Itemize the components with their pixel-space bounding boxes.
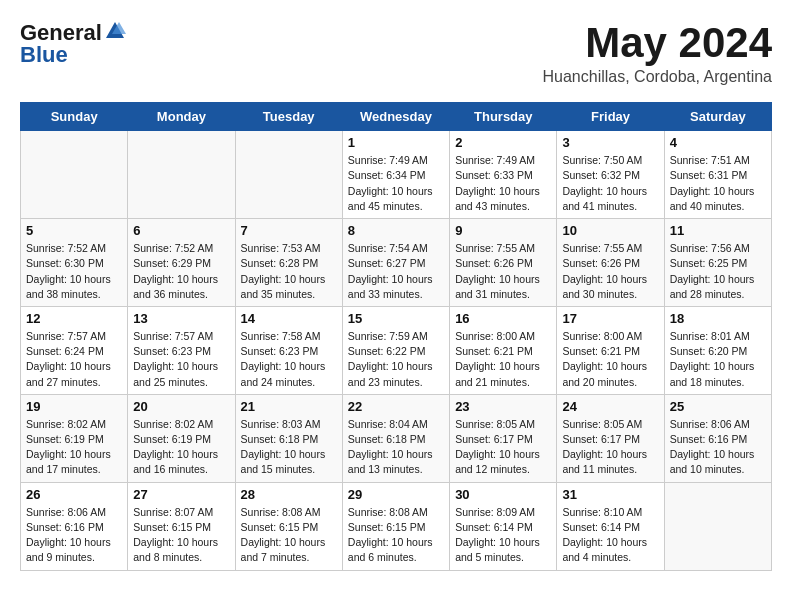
calendar-cell: [128, 131, 235, 219]
day-number: 7: [241, 223, 337, 238]
day-info: Sunrise: 8:01 AMSunset: 6:20 PMDaylight:…: [670, 329, 766, 390]
weekday-header: Sunday: [21, 103, 128, 131]
day-info: Sunrise: 7:56 AMSunset: 6:25 PMDaylight:…: [670, 241, 766, 302]
day-number: 17: [562, 311, 658, 326]
calendar-cell: 15Sunrise: 7:59 AMSunset: 6:22 PMDayligh…: [342, 306, 449, 394]
day-info: Sunrise: 7:54 AMSunset: 6:27 PMDaylight:…: [348, 241, 444, 302]
logo: General Blue: [20, 20, 126, 68]
calendar-cell: 21Sunrise: 8:03 AMSunset: 6:18 PMDayligh…: [235, 394, 342, 482]
day-info: Sunrise: 8:04 AMSunset: 6:18 PMDaylight:…: [348, 417, 444, 478]
day-info: Sunrise: 8:06 AMSunset: 6:16 PMDaylight:…: [670, 417, 766, 478]
day-info: Sunrise: 8:00 AMSunset: 6:21 PMDaylight:…: [455, 329, 551, 390]
day-info: Sunrise: 7:49 AMSunset: 6:34 PMDaylight:…: [348, 153, 444, 214]
day-number: 25: [670, 399, 766, 414]
weekday-header: Monday: [128, 103, 235, 131]
location: Huanchillas, Cordoba, Argentina: [543, 68, 772, 86]
day-info: Sunrise: 7:57 AMSunset: 6:24 PMDaylight:…: [26, 329, 122, 390]
day-number: 24: [562, 399, 658, 414]
calendar-cell: 25Sunrise: 8:06 AMSunset: 6:16 PMDayligh…: [664, 394, 771, 482]
page-header: General Blue May 2024 Huanchillas, Cordo…: [20, 20, 772, 86]
calendar-cell: 17Sunrise: 8:00 AMSunset: 6:21 PMDayligh…: [557, 306, 664, 394]
day-number: 28: [241, 487, 337, 502]
calendar-cell: 19Sunrise: 8:02 AMSunset: 6:19 PMDayligh…: [21, 394, 128, 482]
day-number: 18: [670, 311, 766, 326]
calendar-week-row: 19Sunrise: 8:02 AMSunset: 6:19 PMDayligh…: [21, 394, 772, 482]
day-number: 9: [455, 223, 551, 238]
calendar-cell: 12Sunrise: 7:57 AMSunset: 6:24 PMDayligh…: [21, 306, 128, 394]
day-number: 2: [455, 135, 551, 150]
day-number: 22: [348, 399, 444, 414]
day-info: Sunrise: 7:59 AMSunset: 6:22 PMDaylight:…: [348, 329, 444, 390]
calendar-week-row: 26Sunrise: 8:06 AMSunset: 6:16 PMDayligh…: [21, 482, 772, 570]
calendar-cell: 20Sunrise: 8:02 AMSunset: 6:19 PMDayligh…: [128, 394, 235, 482]
weekday-header: Friday: [557, 103, 664, 131]
day-number: 8: [348, 223, 444, 238]
day-number: 12: [26, 311, 122, 326]
day-info: Sunrise: 8:09 AMSunset: 6:14 PMDaylight:…: [455, 505, 551, 566]
day-number: 3: [562, 135, 658, 150]
calendar-cell: 24Sunrise: 8:05 AMSunset: 6:17 PMDayligh…: [557, 394, 664, 482]
day-info: Sunrise: 8:06 AMSunset: 6:16 PMDaylight:…: [26, 505, 122, 566]
day-number: 30: [455, 487, 551, 502]
day-info: Sunrise: 8:02 AMSunset: 6:19 PMDaylight:…: [26, 417, 122, 478]
day-info: Sunrise: 8:05 AMSunset: 6:17 PMDaylight:…: [455, 417, 551, 478]
day-number: 27: [133, 487, 229, 502]
day-info: Sunrise: 7:58 AMSunset: 6:23 PMDaylight:…: [241, 329, 337, 390]
calendar-cell: 2Sunrise: 7:49 AMSunset: 6:33 PMDaylight…: [450, 131, 557, 219]
day-number: 29: [348, 487, 444, 502]
calendar-cell: 6Sunrise: 7:52 AMSunset: 6:29 PMDaylight…: [128, 219, 235, 307]
day-info: Sunrise: 8:08 AMSunset: 6:15 PMDaylight:…: [241, 505, 337, 566]
weekday-header: Thursday: [450, 103, 557, 131]
day-number: 15: [348, 311, 444, 326]
calendar-cell: 9Sunrise: 7:55 AMSunset: 6:26 PMDaylight…: [450, 219, 557, 307]
day-number: 11: [670, 223, 766, 238]
day-number: 16: [455, 311, 551, 326]
weekday-header: Tuesday: [235, 103, 342, 131]
calendar-cell: 31Sunrise: 8:10 AMSunset: 6:14 PMDayligh…: [557, 482, 664, 570]
day-number: 6: [133, 223, 229, 238]
day-number: 4: [670, 135, 766, 150]
logo-blue: Blue: [20, 42, 68, 68]
calendar-cell: 14Sunrise: 7:58 AMSunset: 6:23 PMDayligh…: [235, 306, 342, 394]
calendar-cell: [664, 482, 771, 570]
calendar-week-row: 5Sunrise: 7:52 AMSunset: 6:30 PMDaylight…: [21, 219, 772, 307]
calendar-cell: 4Sunrise: 7:51 AMSunset: 6:31 PMDaylight…: [664, 131, 771, 219]
day-number: 10: [562, 223, 658, 238]
day-info: Sunrise: 7:51 AMSunset: 6:31 PMDaylight:…: [670, 153, 766, 214]
day-info: Sunrise: 8:05 AMSunset: 6:17 PMDaylight:…: [562, 417, 658, 478]
calendar-header-row: SundayMondayTuesdayWednesdayThursdayFrid…: [21, 103, 772, 131]
day-info: Sunrise: 8:07 AMSunset: 6:15 PMDaylight:…: [133, 505, 229, 566]
day-info: Sunrise: 7:55 AMSunset: 6:26 PMDaylight:…: [562, 241, 658, 302]
calendar-cell: 30Sunrise: 8:09 AMSunset: 6:14 PMDayligh…: [450, 482, 557, 570]
day-number: 20: [133, 399, 229, 414]
day-info: Sunrise: 7:52 AMSunset: 6:29 PMDaylight:…: [133, 241, 229, 302]
calendar-cell: 11Sunrise: 7:56 AMSunset: 6:25 PMDayligh…: [664, 219, 771, 307]
calendar-cell: 28Sunrise: 8:08 AMSunset: 6:15 PMDayligh…: [235, 482, 342, 570]
calendar-cell: 22Sunrise: 8:04 AMSunset: 6:18 PMDayligh…: [342, 394, 449, 482]
day-info: Sunrise: 7:57 AMSunset: 6:23 PMDaylight:…: [133, 329, 229, 390]
day-number: 1: [348, 135, 444, 150]
calendar-cell: 18Sunrise: 8:01 AMSunset: 6:20 PMDayligh…: [664, 306, 771, 394]
day-info: Sunrise: 8:02 AMSunset: 6:19 PMDaylight:…: [133, 417, 229, 478]
weekday-header: Saturday: [664, 103, 771, 131]
calendar-cell: 10Sunrise: 7:55 AMSunset: 6:26 PMDayligh…: [557, 219, 664, 307]
calendar-cell: 7Sunrise: 7:53 AMSunset: 6:28 PMDaylight…: [235, 219, 342, 307]
calendar-cell: 3Sunrise: 7:50 AMSunset: 6:32 PMDaylight…: [557, 131, 664, 219]
day-number: 19: [26, 399, 122, 414]
day-info: Sunrise: 7:55 AMSunset: 6:26 PMDaylight:…: [455, 241, 551, 302]
day-number: 21: [241, 399, 337, 414]
calendar-cell: 29Sunrise: 8:08 AMSunset: 6:15 PMDayligh…: [342, 482, 449, 570]
calendar-cell: [235, 131, 342, 219]
day-info: Sunrise: 8:10 AMSunset: 6:14 PMDaylight:…: [562, 505, 658, 566]
day-info: Sunrise: 7:53 AMSunset: 6:28 PMDaylight:…: [241, 241, 337, 302]
day-number: 26: [26, 487, 122, 502]
day-info: Sunrise: 7:52 AMSunset: 6:30 PMDaylight:…: [26, 241, 122, 302]
month-title: May 2024: [543, 20, 772, 66]
logo-icon: [104, 20, 126, 42]
calendar-cell: 8Sunrise: 7:54 AMSunset: 6:27 PMDaylight…: [342, 219, 449, 307]
title-area: May 2024 Huanchillas, Cordoba, Argentina: [543, 20, 772, 86]
day-info: Sunrise: 7:49 AMSunset: 6:33 PMDaylight:…: [455, 153, 551, 214]
calendar-cell: 13Sunrise: 7:57 AMSunset: 6:23 PMDayligh…: [128, 306, 235, 394]
day-number: 23: [455, 399, 551, 414]
calendar-cell: [21, 131, 128, 219]
